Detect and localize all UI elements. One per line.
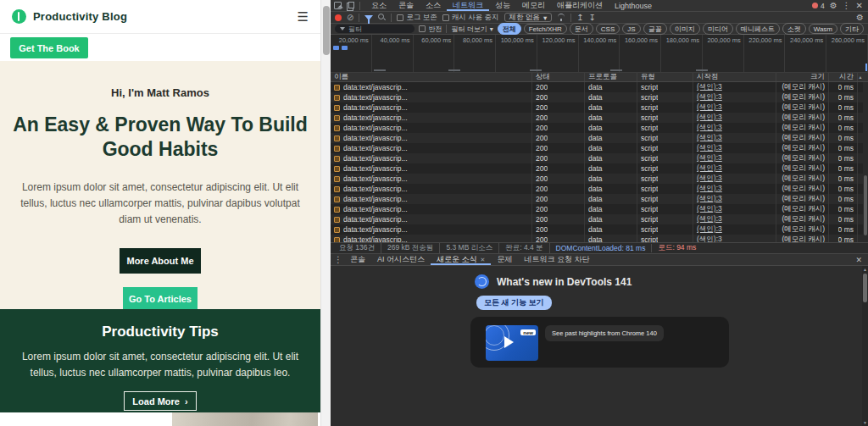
table-row[interactable]: data:text/javascrip...200datascript(색인):… (331, 82, 868, 92)
load-more-button[interactable]: Load More › (124, 391, 197, 411)
initiator-link[interactable]: (색인):3 (697, 224, 722, 235)
table-row[interactable]: data:text/javascrip...200datascript(색인):… (331, 92, 868, 102)
device-toolbar-icon[interactable] (347, 2, 354, 9)
scroll-down-icon[interactable]: ▼ (862, 420, 868, 425)
initiator-link[interactable]: (색인):3 (697, 214, 722, 224)
filter-pill-9[interactable]: 소켓 (782, 23, 806, 35)
filter-pill-1[interactable]: Fetch/XHR (524, 24, 567, 34)
devtools-tab-5[interactable]: 메모리 (516, 0, 551, 11)
site-scrollbar-thumb[interactable] (323, 6, 330, 55)
initiator-link[interactable]: (색인):3 (697, 235, 722, 242)
devtools-tab-3[interactable]: 네트워크 (447, 0, 489, 11)
column-header-5[interactable]: 크기 (776, 73, 829, 81)
column-header-2[interactable]: 프로토콜 (585, 73, 637, 81)
table-row[interactable]: data:text/javascrip...200datascript(색인):… (331, 153, 868, 163)
devtools-tab-1[interactable]: 콘솔 (392, 0, 420, 11)
table-row[interactable]: data:text/javascrip...200datascript(색인):… (331, 113, 868, 123)
throttling-select[interactable]: 제한 없음 ▾ (504, 13, 553, 22)
devtools-tab-0[interactable]: 요소 (365, 0, 392, 11)
highlights-link[interactable]: See past highlights from Chrome 140 (545, 325, 664, 341)
devtools-tab-4[interactable]: 성능 (489, 0, 516, 11)
initiator-link[interactable]: (색인):3 (697, 204, 722, 214)
filter-pill-8[interactable]: 매니페스트 (736, 23, 780, 35)
get-the-book-button[interactable]: Get The Book (10, 37, 88, 58)
table-row[interactable]: data:text/javascrip...200datascript(색인):… (331, 224, 868, 235)
filter-pill-5[interactable]: 글꼴 (643, 23, 667, 35)
initiator-link[interactable]: (색인):3 (697, 184, 722, 194)
see-all-features-button[interactable]: 모든 새 기능 보기 (476, 296, 552, 310)
hamburger-menu-icon[interactable]: ☰ (298, 10, 309, 23)
table-row[interactable]: data:text/javascrip...200datascript(색인):… (331, 235, 868, 242)
export-har-icon[interactable]: ↧ (589, 14, 596, 22)
table-row[interactable]: data:text/javascrip...200datascript(색인):… (331, 102, 868, 113)
filter-toggle-icon[interactable] (364, 15, 373, 20)
invert-filter-checkbox[interactable]: 반전 (419, 25, 442, 34)
search-icon[interactable] (378, 14, 386, 21)
filter-pill-2[interactable]: 문서 (570, 23, 593, 35)
filter-pill-4[interactable]: JS (622, 24, 640, 34)
site-scrollbar[interactable] (320, 0, 331, 426)
initiator-link[interactable]: (색인):3 (697, 123, 722, 133)
filter-pill-6[interactable]: 이미지 (670, 23, 700, 35)
video-thumbnail[interactable]: new (486, 325, 538, 361)
table-row[interactable]: data:text/javascrip...200datascript(색인):… (331, 204, 868, 214)
initiator-link[interactable]: (색인):3 (697, 194, 722, 204)
drawer-tab-2[interactable]: 새로운 소식✕ (431, 254, 491, 265)
drawer-tab-4[interactable]: 네트워크 요청 차단 (518, 254, 595, 265)
table-row[interactable]: data:text/javascrip...200datascript(색인):… (331, 133, 868, 143)
initiator-link[interactable]: (색인):3 (697, 153, 722, 163)
clear-network-log-icon[interactable]: ⊘ (347, 14, 353, 22)
filter-pill-10[interactable]: Wasm (809, 24, 837, 34)
table-row[interactable]: data:text/javascrip...200datascript(색인):… (331, 143, 868, 153)
drawer-kebab-icon[interactable]: ⋮ (334, 256, 342, 264)
network-settings-gear-icon[interactable]: ⚙ (856, 14, 864, 22)
table-row[interactable]: data:text/javascrip...200datascript(색인):… (331, 214, 868, 224)
initiator-link[interactable]: (색인):3 (697, 92, 722, 102)
go-to-articles-button[interactable]: Go To Articles (123, 287, 198, 311)
devtools-tab-7[interactable]: Lighthouse (609, 0, 658, 11)
kebab-menu-icon[interactable]: ⋮ (843, 2, 851, 10)
devtools-tab-6[interactable]: 애플리케이션 (551, 0, 609, 11)
network-conditions-icon[interactable] (557, 14, 565, 21)
table-row[interactable]: data:text/javascrip...200datascript(색인):… (331, 174, 868, 184)
record-network-log-button[interactable] (335, 14, 342, 21)
whats-new-scrollbar[interactable]: ▲ ▼ (862, 266, 868, 426)
disable-cache-checkbox[interactable]: 캐시 사용 중지 (442, 13, 499, 23)
initiator-link[interactable]: (색인):3 (697, 113, 722, 123)
inspect-element-icon[interactable] (334, 2, 342, 9)
filter-input[interactable] (348, 25, 409, 33)
drawer-tab-1[interactable]: AI 어시스턴스 (371, 254, 431, 265)
drawer-close-icon[interactable]: ✕ (855, 256, 865, 264)
filter-pill-7[interactable]: 미디어 (703, 23, 733, 35)
initiator-link[interactable]: (색인):3 (697, 102, 722, 113)
more-about-me-button[interactable]: More About Me (120, 248, 201, 274)
filter-pill-11[interactable]: 기타 (840, 23, 864, 35)
column-header-3[interactable]: 유형 (637, 73, 693, 81)
initiator-link[interactable]: (색인):3 (697, 133, 722, 143)
column-header-0[interactable]: 이름 (331, 73, 532, 81)
article-thumbnail-1[interactable] (8, 412, 153, 426)
initiator-link[interactable]: (색인):3 (697, 143, 722, 153)
table-scrollbar[interactable] (863, 82, 868, 242)
table-row[interactable]: data:text/javascrip...200datascript(색인):… (331, 184, 868, 194)
network-overview-timeline[interactable]: 20,000 ms40,000 ms60,000 ms80,000 ms100,… (331, 35, 868, 73)
initiator-link[interactable]: (색인):3 (697, 82, 722, 92)
error-badge[interactable]: 4 (812, 2, 825, 10)
close-devtools-icon[interactable]: ✕ (856, 2, 863, 10)
table-scrollbar-thumb[interactable] (864, 175, 867, 236)
close-tab-icon[interactable]: ✕ (481, 257, 486, 263)
table-row[interactable]: data:text/javascrip...200datascript(색인):… (331, 194, 868, 204)
filter-pill-3[interactable]: CSS (596, 24, 620, 34)
whats-new-scrollbar-thumb[interactable] (863, 274, 867, 302)
table-row[interactable]: data:text/javascrip...200datascript(색인):… (331, 163, 868, 174)
initiator-link[interactable]: (색인):3 (697, 174, 722, 184)
column-header-1[interactable]: 상태 (532, 73, 585, 81)
article-thumbnail-2[interactable] (172, 412, 318, 426)
table-row[interactable]: data:text/javascrip...200datascript(색인):… (331, 123, 868, 133)
settings-gear-icon[interactable]: ⚙ (830, 2, 837, 10)
initiator-link[interactable]: (색인):3 (697, 163, 722, 174)
preserve-log-checkbox[interactable]: 로그 보존 (397, 13, 437, 23)
devtools-tab-2[interactable]: 소스 (420, 0, 447, 11)
more-filters-button[interactable]: 필터 더보기 ▾ (451, 25, 492, 34)
column-header-4[interactable]: 시작점 (693, 73, 776, 81)
